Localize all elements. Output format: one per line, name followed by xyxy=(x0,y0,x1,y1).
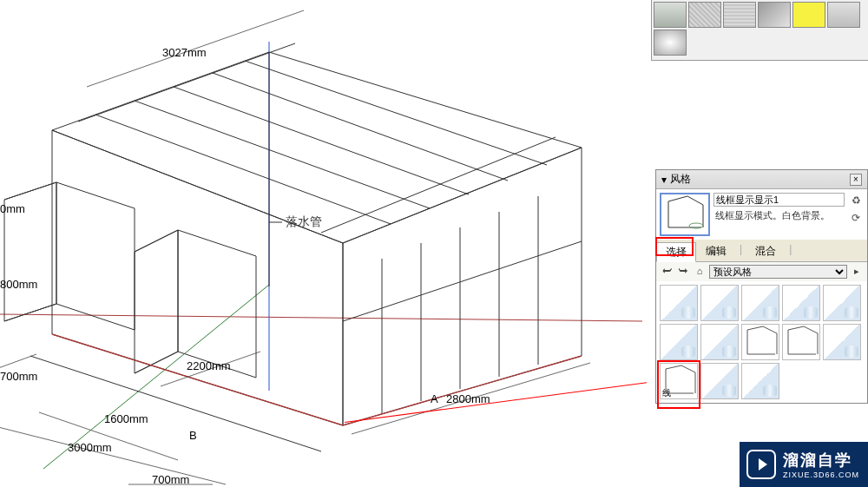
style-description: 线框显示模式。白色背景。 xyxy=(713,208,845,223)
svg-line-19 xyxy=(343,241,582,321)
styles-panel: ▾ 风格 × 线框显示模式。白色背景。 ♻ ⟳ 选择 编辑 | 混合 | ⮨ xyxy=(655,169,868,404)
tab-select[interactable]: 选择 xyxy=(656,242,696,262)
mat-gray1[interactable] xyxy=(654,2,687,28)
preview-thumb-icon xyxy=(661,194,708,234)
style-hidden-2[interactable] xyxy=(782,324,820,360)
materials-grid xyxy=(652,0,868,57)
styles-panel-title: 风格 xyxy=(670,172,691,187)
svg-line-7 xyxy=(95,115,391,224)
annotation-downpipe: 落水管 xyxy=(286,214,322,230)
3d-viewport[interactable]: 3027mm 0mm 800mm 700mm 1600mm 3000mm 700… xyxy=(0,0,647,487)
watermark-title: 溜溜自学 xyxy=(783,450,859,471)
svg-marker-24 xyxy=(178,230,256,378)
dim-3027: 3027mm xyxy=(162,46,207,59)
svg-marker-20 xyxy=(56,182,135,330)
svg-marker-27 xyxy=(135,230,178,373)
svg-marker-4 xyxy=(52,130,343,425)
mat-gray-diag[interactable] xyxy=(758,2,791,28)
play-icon xyxy=(746,450,776,479)
section-a: A xyxy=(431,392,438,405)
dim-0-top: 0mm xyxy=(0,202,25,215)
dim-2200: 2200mm xyxy=(187,359,231,372)
style-shaded-3[interactable] xyxy=(741,285,779,321)
materials-panel xyxy=(651,0,868,61)
model-wireframe xyxy=(0,0,647,487)
style-shaded-1[interactable] xyxy=(660,285,698,321)
dim-3000: 3000mm xyxy=(68,441,112,454)
svg-line-1 xyxy=(0,314,642,321)
styles-panel-header[interactable]: ▾ 风格 × xyxy=(656,170,867,189)
tab-edit[interactable]: 编辑 xyxy=(696,241,736,261)
svg-line-10 xyxy=(213,73,508,181)
home-icon[interactable]: ⌂ xyxy=(693,265,707,279)
dim-700a: 700mm xyxy=(0,370,37,383)
back-icon[interactable]: ⮨ xyxy=(660,265,674,279)
svg-line-8 xyxy=(135,101,430,208)
collapse-icon[interactable]: ▾ xyxy=(661,174,667,186)
style-glass-2[interactable] xyxy=(700,324,739,360)
style-name-input[interactable] xyxy=(713,193,845,207)
watermark: 溜溜自学 ZIXUE.3D66.COM xyxy=(740,442,868,487)
svg-line-11 xyxy=(245,61,547,165)
svg-marker-5 xyxy=(343,148,582,425)
style-sketch-1[interactable] xyxy=(700,363,739,399)
mat-noise1[interactable] xyxy=(688,2,721,28)
tab-mix[interactable]: 混合 xyxy=(746,241,786,261)
section-b: B xyxy=(189,429,197,442)
close-icon[interactable]: × xyxy=(850,174,862,186)
forward-icon[interactable]: ⮩ xyxy=(676,265,690,279)
style-shaded-2[interactable] xyxy=(700,285,739,321)
update-style-icon[interactable]: ⟳ xyxy=(850,212,862,224)
style-collection-select[interactable]: 预设风格 xyxy=(709,265,847,279)
style-sketch-2[interactable] xyxy=(741,363,779,399)
mat-noise2[interactable] xyxy=(723,2,756,28)
styles-tabs: 选择 编辑 | 混合 | xyxy=(656,240,867,262)
dim-800: 800mm xyxy=(0,278,37,291)
current-style-preview[interactable] xyxy=(660,193,710,236)
dim-700b: 700mm xyxy=(152,473,189,486)
dim-1600: 1600mm xyxy=(104,412,148,425)
mat-gray-solid[interactable] xyxy=(827,2,860,28)
style-xray[interactable] xyxy=(823,324,861,360)
mat-yellow[interactable] xyxy=(792,2,825,28)
style-hidden-1[interactable] xyxy=(741,324,779,360)
style-glass-1[interactable] xyxy=(660,324,698,360)
style-wireframe[interactable]: 线 xyxy=(660,363,698,399)
svg-line-9 xyxy=(174,87,469,194)
style-browser-toolbar: ⮨ ⮩ ⌂ 预设风格 ▸ xyxy=(656,262,867,281)
mat-silver[interactable] xyxy=(654,30,687,56)
style-shaded-4[interactable] xyxy=(782,285,820,321)
watermark-url: ZIXUE.3D66.COM xyxy=(783,471,859,479)
style-thumbnails: 线 xyxy=(656,281,867,403)
svg-line-13 xyxy=(321,137,556,233)
svg-line-28 xyxy=(30,356,321,451)
style-shaded-5[interactable] xyxy=(823,285,861,321)
new-style-icon[interactable]: ♻ xyxy=(850,194,862,207)
details-icon[interactable]: ▸ xyxy=(850,265,864,279)
